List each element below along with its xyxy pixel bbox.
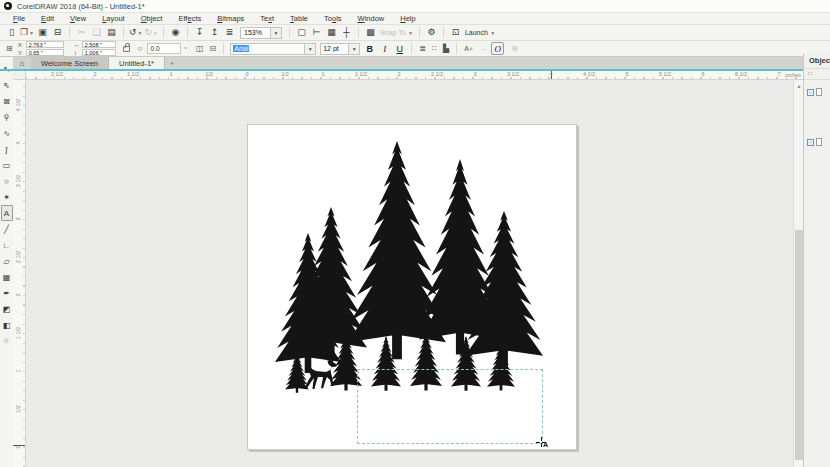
toolbar-separator — [419, 27, 420, 38]
tab-welcome-screen[interactable]: Welcome Screen — [31, 57, 109, 69]
undo-icon[interactable]: ↺▼ — [129, 26, 143, 39]
drop-cap-icon[interactable]: ▙ — [443, 44, 449, 53]
menu-help[interactable]: Help — [392, 14, 423, 23]
object-origin-icon[interactable]: ⊞ — [6, 44, 13, 53]
docker-options-icon[interactable]: ∷ — [808, 70, 812, 78]
ruler-tick-label: 3 — [26, 71, 29, 77]
connector-tool-icon[interactable]: ∟ — [1, 237, 13, 253]
menu-edit[interactable]: Edit — [33, 14, 62, 23]
add-tools-button[interactable]: ⊕ — [1, 333, 13, 349]
paste-icon[interactable]: ▤ — [105, 26, 118, 39]
vertical-scrollbar[interactable]: ▴ — [793, 80, 803, 467]
object-width-field[interactable]: 2.508 " — [82, 41, 116, 48]
menu-window[interactable]: Window — [350, 14, 393, 23]
show-grid-icon[interactable]: ▦ — [325, 26, 338, 39]
docker-toolbar[interactable]: ∷ — [804, 68, 830, 80]
new-document-icon[interactable]: ▯ — [5, 26, 18, 39]
launcher-icon[interactable]: ⊡ — [449, 26, 462, 39]
menu-layout[interactable]: Layout — [94, 14, 133, 23]
rotation-angle-field[interactable]: 0.0 — [147, 43, 181, 54]
expand-icon[interactable]: − — [807, 139, 814, 146]
expand-icon[interactable]: − — [807, 89, 814, 96]
transparency-tool-icon[interactable]: ▦ — [1, 269, 13, 285]
chevron-down-icon[interactable]: ▼ — [138, 30, 143, 36]
launch-dropdown[interactable]: Launch ▼ — [465, 29, 495, 36]
menu-bitmaps[interactable]: Bitmaps — [209, 14, 252, 23]
menu-object[interactable]: Object — [133, 14, 171, 23]
ellipse-tool-icon[interactable]: ○ — [1, 173, 13, 189]
export-icon[interactable]: ↥ — [208, 26, 221, 39]
show-rulers-icon[interactable]: ⊢ — [310, 26, 323, 39]
snap-to-toggle-icon[interactable]: ▩ — [364, 26, 377, 39]
options-icon[interactable]: ⚙ — [425, 26, 438, 39]
text-direction-icon[interactable]: → — [479, 44, 487, 53]
shape-tool-icon[interactable]: ⇖ — [1, 77, 13, 93]
menu-text[interactable]: Text — [252, 14, 282, 23]
layer-item[interactable]: − — [804, 138, 830, 146]
menu-table[interactable]: Table — [282, 14, 316, 23]
font-size-combo[interactable]: 12 pt ▼ — [320, 43, 360, 55]
crop-tool-icon[interactable]: ⊠ — [1, 93, 13, 109]
new-tab-button[interactable]: + — [165, 57, 179, 69]
text-frame-marquee[interactable] — [357, 369, 543, 444]
ruler-tick-label: 2 1/2 — [427, 71, 447, 77]
y-position-field[interactable]: 0.65 " — [26, 49, 64, 56]
interactive-fill-tool-icon[interactable]: ◩ — [1, 301, 13, 317]
import-icon[interactable]: ↧ — [193, 26, 206, 39]
cut-icon[interactable]: ✂ — [75, 26, 88, 39]
chevron-down-icon[interactable]: ▼ — [153, 30, 158, 36]
polygon-tool-icon[interactable]: ✶ — [1, 189, 13, 205]
rectangle-tool-icon[interactable]: ▭ — [1, 157, 13, 173]
menu-view[interactable]: View — [62, 14, 94, 23]
chevron-down-icon[interactable]: ▼ — [304, 44, 315, 54]
snap-to-dropdown[interactable]: Snap To ▼ — [380, 29, 413, 36]
underline-button[interactable]: U — [393, 42, 406, 55]
color-eyedropper-tool-icon[interactable]: ✒ — [1, 285, 13, 301]
mirror-horizontal-icon[interactable]: ◫ — [196, 44, 204, 53]
lock-ratio-icon[interactable] — [123, 46, 130, 52]
print-icon[interactable]: ⊟ — [51, 26, 64, 39]
chevron-down-icon[interactable]: ▼ — [29, 30, 34, 36]
freehand-tool-icon[interactable]: ∿ — [1, 125, 13, 141]
smart-fill-tool-icon[interactable]: ◧ — [1, 317, 13, 333]
bold-button[interactable]: B — [363, 42, 376, 55]
menu-file[interactable]: File — [5, 14, 33, 23]
home-icon[interactable]: ⌂ — [13, 57, 31, 69]
menu-effects[interactable]: Effects — [170, 14, 209, 23]
open-icon[interactable]: ❐▼ — [20, 26, 34, 39]
ruler-tick-label: 4 1/2 — [15, 97, 21, 113]
menu-tools[interactable]: Tools — [316, 14, 350, 23]
tab-untitled-1[interactable]: Untitled-1* — [109, 57, 165, 69]
chevron-down-icon[interactable]: ▼ — [348, 44, 359, 54]
chevron-down-icon[interactable]: ▼ — [270, 28, 281, 38]
show-guidelines-icon[interactable]: ┼ — [340, 26, 353, 39]
font-list-combo[interactable]: Arial ▼ — [230, 43, 316, 55]
x-position-field[interactable]: 2.763 " — [26, 41, 64, 48]
page-thumbnail-icon — [816, 138, 822, 146]
chevron-down-icon: ▼ — [489, 30, 495, 36]
object-height-field[interactable]: 1.006 " — [82, 49, 116, 56]
zoom-tool-icon[interactable]: ⚲ — [1, 109, 13, 125]
copy-icon[interactable]: ❑ — [90, 26, 103, 39]
parallel-dimension-tool-icon[interactable]: ╱ — [1, 221, 13, 237]
edit-text-icon[interactable]: O — [491, 42, 504, 55]
search-content-icon[interactable]: ◉ — [169, 26, 182, 39]
scrollbar-thumb[interactable] — [795, 230, 803, 460]
horizontal-ruler[interactable]: inches 32 1/221 1/211/201/211 1/222 1/23… — [26, 71, 803, 80]
artistic-media-tool-icon[interactable]: ʃ — [1, 141, 13, 157]
text-alignment-icon[interactable]: ≣ — [419, 44, 426, 53]
save-icon[interactable]: ▣ — [36, 26, 49, 39]
zoom-level-combo[interactable]: 153%▼ — [240, 27, 282, 39]
redo-icon[interactable]: ↻▼ — [145, 26, 159, 39]
layer-item[interactable]: − — [804, 88, 830, 96]
drop-shadow-tool-icon[interactable]: ▱ — [1, 253, 13, 269]
text-tool-icon[interactable]: A — [1, 205, 13, 221]
full-screen-preview-icon[interactable]: ▢ — [295, 26, 308, 39]
italic-button[interactable]: I — [378, 42, 391, 55]
vertical-ruler[interactable]: 54 1/243 1/232 1/221 1/211/20 — [13, 80, 26, 467]
bullet-list-icon[interactable]: ∷ — [432, 44, 437, 53]
ruler-tick-label: 1/2 — [15, 401, 21, 417]
publish-pdf-icon[interactable]: ≣ — [223, 26, 236, 39]
character-formatting-icon[interactable]: A∘ — [464, 45, 473, 53]
mirror-vertical-icon[interactable]: ⊟ — [210, 44, 217, 53]
